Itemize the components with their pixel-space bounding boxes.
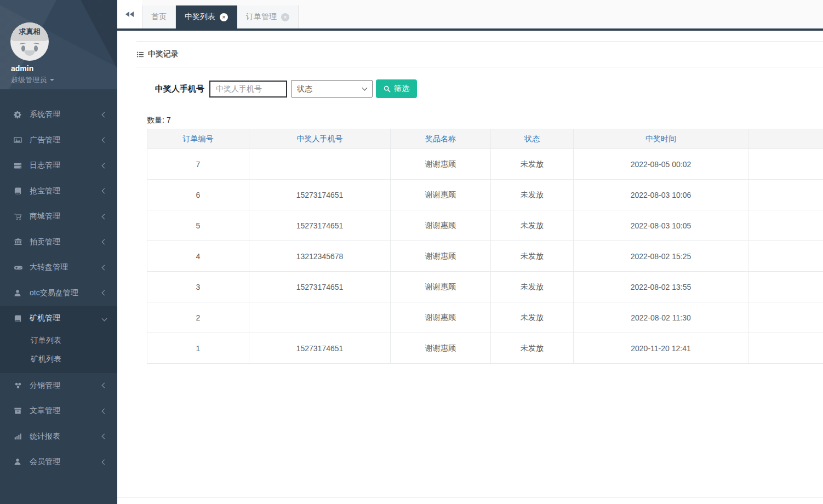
sidebar-item-distribution[interactable]: 分销管理 [0, 373, 117, 399]
username: admin [11, 64, 33, 73]
chevron-left-icon [102, 265, 107, 270]
table-cell [249, 302, 391, 333]
table-header-cell: 订单编号 [147, 129, 249, 149]
record-count: 数量:7 [147, 116, 823, 125]
gamepad-icon [14, 264, 24, 272]
table-row: 515273174651谢谢惠顾未发放2022-08-03 10:05 [147, 210, 823, 241]
sidebar-item-label: 文章管理 [30, 406, 102, 416]
close-tab-icon[interactable]: × [220, 13, 228, 21]
sidebar-block-articles: 文章管理 [0, 398, 117, 424]
table-cell: 7 [147, 149, 249, 180]
avatar-text: 求真相 [10, 27, 49, 37]
sidebar-item-mall[interactable]: 商城管理 [0, 204, 117, 230]
table-cell: 15273174651 [249, 210, 391, 241]
chevron-left-icon [102, 188, 107, 194]
table-cell [249, 149, 391, 180]
avatar[interactable]: 求真相 [10, 22, 49, 61]
chevron-down-icon [102, 316, 107, 321]
filter-button-label: 筛选 [394, 84, 409, 94]
table-cell: 5 [147, 210, 249, 241]
table-row: 115273174651谢谢惠顾未发放2020-11-20 12:41 [147, 333, 823, 364]
role-label: 超级管理员 [11, 75, 47, 85]
chevron-left-icon [102, 434, 107, 439]
sidebar-block-treasure: 抢宝管理 [0, 179, 117, 204]
sidebar-subitem-order-list[interactable]: 订单列表 [0, 331, 117, 350]
table-cell: 2 [147, 302, 249, 333]
table-row: 2谢谢惠顾未发放2022-08-02 11:30 [147, 302, 823, 333]
sidebar-item-auction[interactable]: 拍卖管理 [0, 230, 117, 255]
record-count-label: 数量: [147, 116, 164, 124]
table-cell: 3 [147, 272, 249, 302]
sidebar-item-label: 抢宝管理 [30, 186, 102, 196]
table-header-cell: 中奖时间 [574, 129, 748, 149]
chevron-left-icon [102, 408, 107, 414]
sidebar-subitem-miner-list[interactable]: 矿机列表 [0, 350, 117, 369]
table-cell: 未发放 [491, 272, 574, 302]
sidebar-item-treasure[interactable]: 抢宝管理 [0, 179, 117, 204]
sidebar-item-members[interactable]: 会员管理 [0, 449, 117, 475]
table-cell: 未发放 [491, 241, 574, 272]
table-cell: 2022-08-02 11:30 [574, 302, 748, 333]
sidebar-item-label: 商城管理 [30, 211, 102, 221]
sidebar-item-wheel[interactable]: 大转盘管理 [0, 255, 117, 280]
table-cell: 谢谢惠顾 [391, 180, 491, 210]
sidebar-item-articles[interactable]: 文章管理 [0, 398, 117, 424]
table-body: 7谢谢惠顾未发放2022-08-05 00:02615273174651谢谢惠顾… [147, 149, 823, 364]
bank-icon [14, 238, 24, 246]
panel-title: 中奖记录 [148, 49, 179, 59]
sidebar-item-otc[interactable]: otc交易盘管理 [0, 280, 117, 306]
table-header-cell: 中奖人手机号 [249, 129, 391, 149]
sidebar-block-mall: 商城管理 [0, 204, 117, 230]
table-cell: 谢谢惠顾 [391, 272, 491, 302]
table-cell [748, 180, 823, 210]
tab-order-mgmt[interactable]: 订单管理× [237, 5, 299, 28]
double-left-arrow-icon [130, 12, 134, 17]
sidebar-item-system[interactable]: 系统管理 [0, 102, 117, 128]
table-cell [748, 272, 823, 302]
sidebar-item-label: 统计报表 [30, 432, 102, 442]
table-header-cell: 状态 [491, 129, 574, 149]
table-cell: 谢谢惠顾 [391, 210, 491, 241]
image-icon [14, 136, 24, 144]
share-nodes-icon [14, 382, 24, 390]
sidebar-block-auction: 拍卖管理 [0, 230, 117, 255]
sidebar-item-logs[interactable]: 日志管理 [0, 153, 117, 179]
avatar-mouth [24, 50, 35, 56]
table-cell: 2022-08-02 15:25 [574, 241, 748, 272]
phone-filter-input[interactable] [209, 81, 287, 98]
close-tab-icon[interactable]: × [281, 13, 289, 21]
sidebar-item-reports[interactable]: 统计报表 [0, 424, 117, 450]
sidebar-item-ads[interactable]: 广告管理 [0, 128, 117, 153]
table-cell: 2022-08-05 00:02 [574, 149, 748, 180]
sidebar-block-logs: 日志管理 [0, 153, 117, 179]
sidebar-item-label: 会员管理 [30, 457, 102, 467]
user-icon [14, 458, 24, 466]
sidebar-menu: 系统管理广告管理日志管理抢宝管理商城管理拍卖管理大转盘管理otc交易盘管理矿机管… [0, 89, 117, 475]
collapse-tabs-button[interactable] [117, 0, 142, 28]
sidebar-block-members: 会员管理 [0, 449, 117, 475]
tabs: 首页中奖列表×订单管理× [142, 0, 299, 28]
filter-label: 中奖人手机号 [155, 84, 204, 94]
sidebar-item-label: 矿机管理 [30, 313, 102, 323]
sidebar-item-label: 拍卖管理 [30, 237, 102, 247]
table-cell [748, 149, 823, 180]
role-dropdown[interactable]: 超级管理员 [11, 75, 54, 85]
table-cell: 谢谢惠顾 [391, 149, 491, 180]
tab-prize-list[interactable]: 中奖列表× [176, 5, 237, 28]
table-cell [748, 333, 823, 364]
chevron-left-icon [102, 163, 107, 168]
filter-button[interactable]: 筛选 [376, 79, 417, 98]
table-cell: 未发放 [491, 302, 574, 333]
bar-chart-icon [14, 433, 24, 440]
sidebar-block-distribution: 分销管理 [0, 373, 117, 399]
panel-header: 中奖记录 [136, 41, 823, 67]
sidebar-item-label: 系统管理 [30, 110, 102, 119]
sidebar-item-miner[interactable]: 矿机管理 [0, 306, 117, 331]
record-count-value: 7 [167, 116, 171, 124]
status-select[interactable]: 状态 [291, 80, 373, 98]
tab-home[interactable]: 首页 [142, 5, 176, 28]
table-cell [748, 302, 823, 333]
book-icon [14, 314, 24, 323]
table-cell: 未发放 [491, 210, 574, 241]
book-icon [14, 187, 24, 195]
